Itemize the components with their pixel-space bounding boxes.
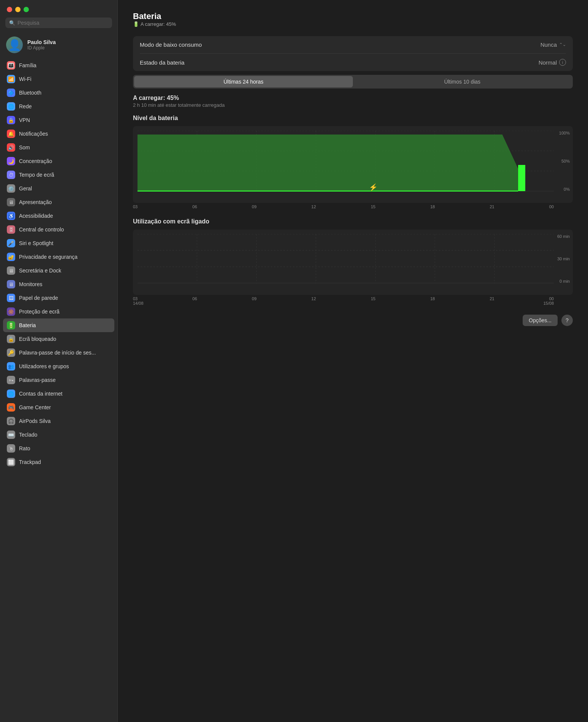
sidebar-label-papel-de-parede: Papel de parede: [19, 295, 58, 301]
sidebar-icon-apresentacao: 🖥: [7, 198, 15, 206]
search-bar[interactable]: 🔍: [5, 17, 112, 28]
screen-x-label: 00: [549, 296, 554, 301]
sidebar-item-monitores[interactable]: 🖥 Monitores: [3, 277, 114, 291]
sidebar-icon-palavras-passe: 🗝: [7, 376, 15, 384]
sidebar-item-geral[interactable]: ⚙️ Geral: [3, 182, 114, 195]
screen-x-label: 09: [252, 296, 256, 301]
battery-status-badge: 🔋 A carregar: 45%: [133, 21, 573, 27]
sidebar-label-central-de-controlo: Central de controlo: [19, 226, 64, 233]
search-input[interactable]: [17, 20, 108, 26]
minimize-button[interactable]: [15, 7, 21, 12]
sidebar-label-tempo-de-ecra: Tempo de ecrã: [19, 172, 54, 178]
sidebar-item-notificacoes[interactable]: 🔔 Notificações: [3, 127, 114, 141]
sidebar-icon-bateria: 🔋: [7, 321, 15, 329]
battery-chart-section: Nível da bateria: [133, 115, 573, 209]
sidebar-icon-papel-de-parede: 🖼: [7, 294, 15, 302]
sidebar-item-concentracao[interactable]: 🌙 Concentração: [3, 154, 114, 168]
sidebar-item-acessibilidade[interactable]: ♿ Acessibilidade: [3, 209, 114, 223]
tab-24h[interactable]: Últimas 24 horas: [134, 76, 353, 87]
sidebar-item-rede[interactable]: 🌐 Rede: [3, 100, 114, 113]
sidebar-label-notificacoes: Notificações: [19, 131, 48, 137]
maximize-button[interactable]: [24, 7, 29, 12]
battery-x-label: 21: [490, 204, 494, 209]
battery-chart-container: ⚡ 100% 50% 0%: [133, 126, 573, 203]
battery-x-labels: 0306091215182100: [133, 203, 554, 209]
low-power-value[interactable]: Nunca ⌃⌄: [541, 41, 566, 48]
battery-x-label: 00: [549, 204, 554, 209]
sidebar-label-palavras-passe: Palavras-passe: [19, 377, 56, 383]
sidebar-item-game-center[interactable]: 🎮 Game Center: [3, 401, 114, 414]
info-button[interactable]: i: [559, 59, 566, 66]
sidebar-item-airpods-silva[interactable]: 🎧 AirPods Silva: [3, 414, 114, 428]
y-label-60min: 60 min: [557, 234, 570, 239]
sidebar-item-central-de-controlo[interactable]: 🎛 Central de controlo: [3, 223, 114, 236]
sidebar-item-trackpad[interactable]: ⬜ Trackpad: [3, 455, 114, 469]
sidebar-item-teclado[interactable]: ⌨️ Teclado: [3, 428, 114, 442]
sidebar-label-airpods-silva: AirPods Silva: [19, 418, 51, 424]
battery-x-label: 03: [133, 204, 138, 209]
sidebar-label-concentracao: Concentração: [19, 158, 52, 164]
sidebar-item-palavras-passe[interactable]: 🗝 Palavras-passe: [3, 373, 114, 387]
sidebar-icon-notificacoes: 🔔: [7, 130, 15, 138]
battery-state-row: Estado da bateria Normal i: [140, 53, 566, 71]
close-button[interactable]: [7, 7, 12, 12]
window-controls: [0, 0, 117, 17]
sidebar-icon-wifi: 📶: [7, 75, 15, 83]
sidebar-item-apresentacao[interactable]: 🖥 Apresentação: [3, 195, 114, 209]
sidebar-icon-monitores: 🖥: [7, 280, 15, 288]
sidebar-item-utilizadores-e-grupos[interactable]: 👥 Utilizadores e grupos: [3, 359, 114, 373]
sidebar-icon-protecao-de-ecra: 🔆: [7, 307, 15, 316]
screen-chart-title: Utilização com ecrã ligado: [133, 218, 573, 225]
y-label-0min: 0 min: [560, 279, 570, 283]
sidebar-label-utilizadores-e-grupos: Utilizadores e grupos: [19, 363, 69, 369]
screen-x-label: 18: [430, 296, 435, 301]
sidebar-label-rede: Rede: [19, 103, 32, 109]
y-label-100: 100%: [559, 131, 570, 135]
sidebar-label-familia: Família: [19, 62, 36, 68]
sidebar-label-game-center: Game Center: [19, 404, 51, 410]
y-label-30min: 30 min: [557, 256, 570, 261]
sidebar-item-som[interactable]: 🔊 Som: [3, 141, 114, 154]
sidebar-item-ecra-bloqueado[interactable]: 🔒 Ecrã bloqueado: [3, 332, 114, 346]
opcoes-button[interactable]: Opções...: [523, 315, 558, 326]
sidebar-icon-som: 🔊: [7, 143, 15, 152]
y-label-50: 50%: [561, 159, 570, 163]
tab-10d[interactable]: Últimos 10 dias: [353, 76, 572, 87]
sidebar-nav: 👨‍👩‍👧 Família 📶 Wi-Fi 🔷 Bluetooth 🌐 Rede…: [0, 59, 117, 722]
sidebar-item-vpn[interactable]: 🔒 VPN: [3, 113, 114, 127]
battery-y-labels: 100% 50% 0%: [559, 131, 570, 192]
sidebar-item-secretaria-e-dock[interactable]: 🖥 Secretária e Dock: [3, 264, 114, 277]
sidebar-item-papel-de-parede[interactable]: 🖼 Papel de parede: [3, 291, 114, 305]
sidebar-item-bluetooth[interactable]: 🔷 Bluetooth: [3, 86, 114, 100]
sidebar-item-protecao-de-ecra[interactable]: 🔆 Proteção de ecrã: [3, 305, 114, 318]
sidebar-item-contas-da-internet[interactable]: 🌐 Contas da internet: [3, 387, 114, 401]
sidebar-icon-siri-e-spotlight: 🎤: [7, 239, 15, 247]
sidebar-label-wifi: Wi-Fi: [19, 76, 32, 82]
sidebar-item-siri-e-spotlight[interactable]: 🎤 Siri e Spotlight: [3, 236, 114, 250]
sidebar-item-palavra-passe[interactable]: 🔑 Palavra-passe de início de ses...: [3, 346, 114, 359]
sidebar-icon-palavra-passe: 🔑: [7, 348, 15, 357]
user-name: Paulo Silva: [27, 39, 56, 45]
sidebar-item-privacidade-e-seguranca[interactable]: 🔐 Privacidade e segurança: [3, 250, 114, 264]
sidebar-item-bateria[interactable]: 🔋 Bateria: [3, 318, 114, 332]
sidebar-label-rato: Rato: [19, 445, 30, 451]
sidebar-item-rato[interactable]: 🖱 Rato: [3, 442, 114, 455]
charge-subtitle: 2 h 10 min até estar totalmente carregad…: [133, 102, 573, 108]
sidebar-item-familia[interactable]: 👨‍👩‍👧 Família: [3, 59, 114, 72]
svg-rect-12: [518, 165, 525, 191]
sidebar-icon-familia: 👨‍👩‍👧: [7, 61, 15, 70]
sidebar-icon-utilizadores-e-grupos: 👥: [7, 362, 15, 370]
sidebar-item-wifi[interactable]: 📶 Wi-Fi: [3, 72, 114, 86]
help-button[interactable]: ?: [561, 315, 573, 326]
screen-chart-section: Utilização com ecrã ligado 60 min 30 min: [133, 218, 573, 306]
page-header: Bateria 🔋 A carregar: 45%: [133, 11, 573, 27]
sidebar-item-tempo-de-ecra[interactable]: ⏱ Tempo de ecrã: [3, 168, 114, 182]
sidebar-label-trackpad: Trackpad: [19, 459, 41, 465]
screen-y-labels: 60 min 30 min 0 min: [557, 234, 570, 283]
screen-x-label: 21: [490, 296, 494, 301]
sidebar-icon-geral: ⚙️: [7, 184, 15, 193]
bottom-actions: Opções... ?: [133, 315, 573, 326]
sidebar-icon-bluetooth: 🔷: [7, 89, 15, 97]
user-section[interactable]: 👤 Paulo Silva ID Apple: [0, 33, 117, 59]
screen-x-label: 06: [193, 296, 197, 301]
